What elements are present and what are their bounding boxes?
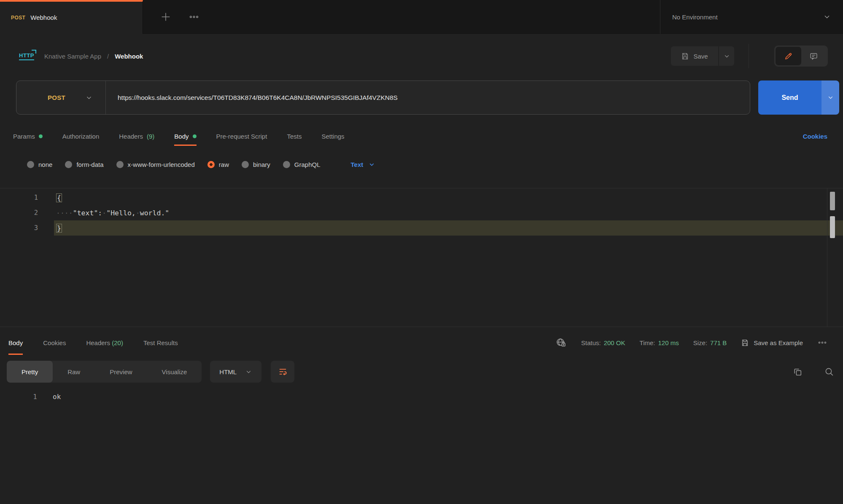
- save-options-caret[interactable]: [719, 46, 734, 66]
- view-preview-label: Preview: [110, 368, 132, 375]
- view-raw[interactable]: Raw: [53, 361, 95, 383]
- chevron-down-icon: [245, 368, 252, 375]
- json-key: "text":: [73, 209, 102, 217]
- url-input[interactable]: [106, 94, 750, 102]
- request-tab-webhook[interactable]: POST Webhook: [0, 0, 143, 34]
- tab-headers[interactable]: Headers (9): [119, 126, 154, 146]
- time-value: 120 ms: [658, 339, 679, 346]
- radio-binary: [242, 161, 249, 168]
- tab-prerequest-script[interactable]: Pre-request Script: [216, 126, 267, 146]
- json-value-part: "Hello,: [106, 209, 136, 217]
- view-visualize[interactable]: Visualize: [147, 361, 202, 383]
- breadcrumb-collection[interactable]: Knative Sample App: [44, 53, 101, 60]
- size-badge: Size: 771 B: [693, 339, 727, 346]
- mode-graphql-label: GraphQL: [294, 161, 321, 168]
- new-tab-button[interactable]: [160, 11, 172, 23]
- time-badge: Time: 120 ms: [640, 339, 679, 346]
- scrollbar-decoration: [830, 216, 835, 238]
- tab-settings-label: Settings: [321, 133, 344, 140]
- status-label: Status:: [581, 339, 601, 346]
- mode-form-data[interactable]: form-data: [65, 161, 103, 168]
- response-format-select[interactable]: HTML: [210, 361, 261, 383]
- method-label: POST: [48, 94, 65, 101]
- save-floppy-icon: [681, 52, 689, 60]
- tab-settings[interactable]: Settings: [321, 126, 344, 146]
- documentation-comments-group: [774, 46, 828, 67]
- radio-urlencoded: [116, 161, 124, 168]
- view-raw-label: Raw: [67, 368, 80, 375]
- comments-button[interactable]: [801, 47, 827, 65]
- tab-params[interactable]: Params: [13, 126, 43, 146]
- raw-language-label: Text: [351, 161, 364, 168]
- toolbar-divider: [749, 44, 749, 68]
- send-button[interactable]: Send: [758, 80, 821, 115]
- mode-raw-label: raw: [219, 161, 229, 168]
- url-bar: POST: [16, 80, 750, 115]
- scrollbar-decoration: [830, 192, 835, 210]
- mode-urlencoded[interactable]: x-www-form-urlencoded: [116, 161, 195, 168]
- save-button-label: Save: [693, 53, 708, 60]
- plus-icon: [160, 11, 172, 23]
- tab-headers-label: Headers: [119, 133, 143, 140]
- status-badge: Status: 200 OK: [581, 339, 625, 346]
- request-body-editor[interactable]: 1 { 2 ····"text":·"Hello,·world." 3 }: [0, 188, 843, 327]
- cookies-link[interactable]: Cookies: [803, 126, 843, 146]
- response-tab-test-results[interactable]: Test Results: [143, 327, 178, 358]
- response-tab-headers[interactable]: Headers (20): [86, 327, 123, 358]
- open-brace: {: [56, 193, 62, 202]
- breadcrumb-separator: /: [107, 53, 109, 60]
- tab-authorization[interactable]: Authorization: [62, 126, 100, 146]
- breadcrumb-request-name[interactable]: Webhook: [115, 53, 143, 60]
- save-as-example-button[interactable]: Save as Example: [741, 339, 803, 347]
- line-number: 3: [0, 224, 38, 232]
- tab-body[interactable]: Body: [174, 126, 196, 146]
- mode-none[interactable]: none: [27, 161, 52, 168]
- chevron-down-icon: [368, 161, 375, 168]
- send-button-label: Send: [781, 94, 798, 102]
- radio-none: [27, 161, 34, 168]
- network-info-button[interactable]: [555, 337, 567, 349]
- search-response-button[interactable]: [824, 367, 835, 377]
- editor-code: {: [56, 194, 62, 202]
- body-modified-dot: [193, 134, 197, 138]
- response-tab-body[interactable]: Body: [8, 327, 23, 358]
- whitespace-dot: ·: [102, 209, 106, 217]
- response-header: Body Cookies Headers (20) Test Results S…: [0, 327, 843, 358]
- response-options-button[interactable]: [817, 338, 827, 348]
- environment-selector[interactable]: No Environment: [660, 0, 843, 34]
- response-body-line: 1 ok: [0, 389, 61, 405]
- response-format-label: HTML: [219, 368, 237, 375]
- send-options-caret[interactable]: [821, 80, 839, 115]
- json-value-part: world.": [140, 209, 170, 217]
- response-tab-cookies[interactable]: Cookies: [43, 327, 66, 358]
- raw-language-select[interactable]: Text: [351, 161, 376, 168]
- copy-icon: [792, 367, 803, 377]
- more-dots-icon: [189, 11, 199, 22]
- tab-prerequest-label: Pre-request Script: [216, 133, 267, 140]
- chevron-down-icon: [827, 94, 834, 101]
- view-pretty-label: Pretty: [22, 368, 38, 375]
- edit-documentation-button[interactable]: [776, 47, 801, 65]
- view-preview[interactable]: Preview: [95, 361, 147, 383]
- editor-code: }: [56, 224, 62, 232]
- line-number: 2: [0, 209, 38, 217]
- mode-binary[interactable]: binary: [242, 161, 270, 168]
- editor-code: ····"text":·"Hello,·world.": [56, 209, 169, 217]
- tab-body-label: Body: [174, 133, 189, 140]
- view-pretty[interactable]: Pretty: [7, 361, 53, 383]
- request-tabs: Params Authorization Headers (9) Body Pr…: [0, 126, 843, 146]
- tab-tests[interactable]: Tests: [287, 126, 302, 146]
- mode-raw[interactable]: raw: [207, 161, 229, 168]
- tab-options-button[interactable]: [189, 11, 199, 22]
- method-select[interactable]: POST: [16, 81, 106, 114]
- response-actions: [792, 367, 835, 377]
- comment-icon: [809, 52, 818, 61]
- save-button[interactable]: Save: [671, 46, 718, 66]
- copy-response-button[interactable]: [792, 367, 803, 377]
- editor-line-current: 3 }: [0, 220, 843, 236]
- globe-lock-icon: [555, 337, 567, 349]
- mode-graphql[interactable]: GraphQL: [283, 161, 321, 168]
- pencil-icon: [784, 52, 793, 61]
- wrap-lines-button[interactable]: [271, 361, 294, 383]
- save-as-example-label: Save as Example: [754, 339, 803, 346]
